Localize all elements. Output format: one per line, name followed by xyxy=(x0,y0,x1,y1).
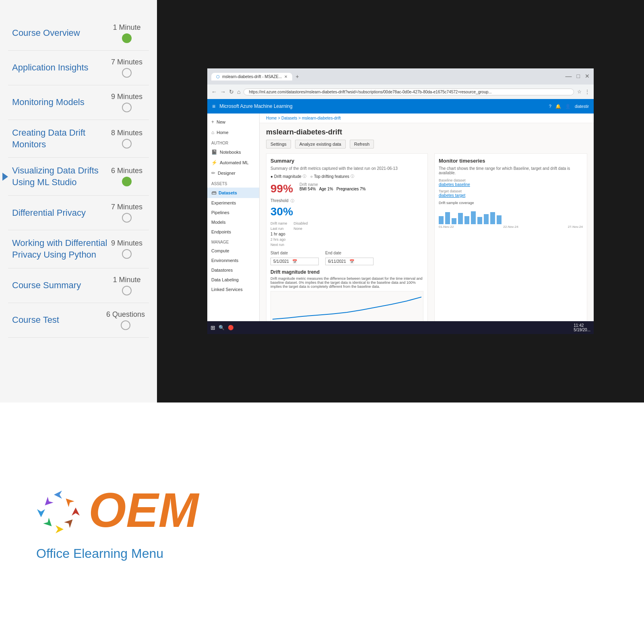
target-value[interactable]: diabetes target xyxy=(439,193,583,198)
drift-features-container: Drift name BMI 54% Age 1% Pregnancies 7% xyxy=(299,182,365,195)
course-meta-4: 6 Minutes xyxy=(109,167,145,186)
svg-marker-1 xyxy=(54,491,62,499)
date-3: 27-Nov-24 xyxy=(568,225,583,229)
home-icon[interactable]: ⌂ xyxy=(237,89,240,95)
drift-info-row: Drift name Last run 1 hr ago 2 hrs ago N… xyxy=(270,221,423,247)
course-name-0: Course Overview xyxy=(12,27,80,39)
ts-bar-1 xyxy=(439,216,444,224)
drift-trend-section: Drift magnitude trend Drift magnitude me… xyxy=(270,269,423,321)
tab-label: mslearn-diabetes-drift - MSAZE... xyxy=(222,74,282,79)
sidebar-item-models[interactable]: Models xyxy=(207,217,259,227)
course-item-8[interactable]: Course Test6 Questions xyxy=(8,303,149,338)
svg-marker-6 xyxy=(43,518,54,529)
taskbar-app-icon[interactable]: 🔴 xyxy=(228,325,234,330)
sidebar-item-pipelines[interactable]: Pipelines xyxy=(207,208,259,217)
sidebar-item-automl[interactable]: ⚡ Automated ML xyxy=(207,157,259,168)
browser-nav: ← → ↻ ⌂ https://ml.azure.com/datastores/… xyxy=(207,85,594,99)
back-icon[interactable]: ← xyxy=(211,89,217,95)
reload-icon[interactable]: ↻ xyxy=(229,89,234,95)
taskbar-time: 11:42 5/19/20... xyxy=(574,323,590,332)
user-icon[interactable]: 👤 xyxy=(565,104,571,109)
sidebar-item-new[interactable]: + New xyxy=(207,117,259,127)
star-icon[interactable]: ☆ xyxy=(577,89,582,95)
top-drifting-radio[interactable]: ○ Top drifting features ⓘ xyxy=(310,174,354,179)
monitor-panel-title: Monitor timeseries xyxy=(439,158,583,164)
sidebar-item-experiments[interactable]: Experiments xyxy=(207,198,259,208)
dates-row: 01-Nov-22 22-Nov-24 27-Nov-24 xyxy=(439,225,583,229)
taskbar-windows-icon[interactable]: ⊞ xyxy=(211,324,215,331)
course-item-4[interactable]: Visualizing Data Drifts Using ML Studio6… xyxy=(8,158,149,196)
course-item-left-7: Course Summary xyxy=(12,280,81,291)
oem-text-container: OEM xyxy=(89,486,198,534)
close-window-icon[interactable]: ✕ xyxy=(585,73,590,80)
course-meta-2: 9 Minutes xyxy=(109,93,145,112)
refresh-button[interactable]: Refresh xyxy=(350,140,374,149)
course-item-5[interactable]: Differential Privacy7 Minutes xyxy=(8,196,149,230)
course-meta-1: 7 Minutes xyxy=(109,58,145,78)
last-run-value: 1 hr ago xyxy=(270,232,287,236)
azure-header-title: Microsoft Azure Machine Learning xyxy=(219,103,292,109)
sidebar-item-data-labeling[interactable]: Data Labeling xyxy=(207,275,259,285)
azure-body: + New ⌂ Home Author 📓 Notebooks ⚡ Autom xyxy=(207,114,594,321)
end-date-input[interactable]: 6/11/2021 📅 xyxy=(325,258,374,265)
sidebar-item-compute[interactable]: Compute xyxy=(207,246,259,256)
course-duration-5: 7 Minutes xyxy=(111,203,142,211)
browser-tab[interactable]: ⬡ mslearn-diabetes-drift - MSAZE... ✕ xyxy=(211,73,292,80)
sidebar-item-linked-services[interactable]: Linked Services xyxy=(207,285,259,294)
drift-magnitude-radio[interactable]: ● Drift magnitude ⓘ xyxy=(270,174,306,179)
calendar-icon[interactable]: 📅 xyxy=(292,259,297,264)
sidebar-item-datastores[interactable]: Datastores xyxy=(207,265,259,275)
settings-icon[interactable]: ⋮ xyxy=(585,89,590,95)
course-item-left-5: Differential Privacy xyxy=(12,207,86,219)
course-duration-4: 6 Minutes xyxy=(111,167,142,175)
course-item-3[interactable]: Creating Data Drift Monitors8 Minutes xyxy=(8,120,149,158)
ts-bar-5 xyxy=(464,216,469,224)
course-item-7[interactable]: Course Summary1 Minute xyxy=(8,268,149,303)
course-duration-6: 9 Minutes xyxy=(111,239,142,248)
baseline-value[interactable]: diabetes baseline xyxy=(439,182,583,187)
minimize-icon[interactable]: — xyxy=(566,73,572,80)
sidebar-item-datasets[interactable]: 🗃 Datasets xyxy=(207,188,259,198)
threshold-label: Threshold ⓘ xyxy=(270,198,423,204)
course-duration-8: 6 Questions xyxy=(106,310,145,319)
azure-sidebar: + New ⌂ Home Author 📓 Notebooks ⚡ Autom xyxy=(207,114,260,321)
status-dot-0 xyxy=(122,33,132,43)
course-item-left-6: Working with Differential Privacy Using … xyxy=(12,237,109,260)
browser-chrome: ⬡ mslearn-diabetes-drift - MSAZE... ✕ + … xyxy=(207,68,594,85)
course-item-6[interactable]: Working with Differential Privacy Using … xyxy=(8,230,149,268)
analyze-button[interactable]: Analyze existing data xyxy=(295,140,346,149)
help-icon[interactable]: ? xyxy=(549,104,551,109)
screenshot-area: ⬡ mslearn-diabetes-drift - MSAZE... ✕ + … xyxy=(157,0,644,402)
azure-content: mslearn-diabetes-drift Settings Analyze … xyxy=(260,123,594,321)
sidebar-item-notebooks[interactable]: 📓 Notebooks xyxy=(207,147,259,157)
address-bar[interactable]: https://ml.azure.com/datastores/mslearn-… xyxy=(244,89,574,95)
tab-close-icon[interactable]: ✕ xyxy=(284,74,287,79)
course-item-1[interactable]: Application Insights7 Minutes xyxy=(8,51,149,85)
course-item-0[interactable]: Course Overview1 Minute xyxy=(8,16,149,51)
status-dot-5 xyxy=(122,213,132,223)
sidebar-item-environments[interactable]: Environments xyxy=(207,256,259,265)
settings-button[interactable]: Settings xyxy=(266,140,291,149)
course-item-left-3: Creating Data Drift Monitors xyxy=(12,127,109,150)
target-info: Target dataset diabetes target xyxy=(439,189,583,198)
baseline-info: Baseline dataset diabetes baseline xyxy=(439,178,583,187)
sidebar-item-designer[interactable]: ✏ Designer xyxy=(207,168,259,178)
sidebar-item-endpoints[interactable]: Endpoints xyxy=(207,227,259,237)
threshold-value: 30% xyxy=(270,205,423,218)
course-name-3: Creating Data Drift Monitors xyxy=(12,127,109,150)
start-date-input[interactable]: 5/1/2021 📅 xyxy=(270,258,319,265)
summary-title: Summary xyxy=(270,158,423,164)
course-item-2[interactable]: Monitoring Models9 Minutes xyxy=(8,85,149,120)
notification-icon[interactable]: 🔔 xyxy=(555,104,561,109)
course-name-7: Course Summary xyxy=(12,280,81,291)
sidebar-item-home[interactable]: ⌂ Home xyxy=(207,127,259,138)
user-name: diatestir xyxy=(575,104,589,109)
home-sidebar-icon: ⌂ xyxy=(211,130,214,135)
calendar-icon-end[interactable]: 📅 xyxy=(349,259,354,264)
new-tab-icon[interactable]: + xyxy=(295,73,299,80)
course-meta-8: 6 Questions xyxy=(106,310,145,330)
action-bar: Settings Analyze existing data Refresh xyxy=(266,140,587,149)
taskbar-search-icon[interactable]: 🔍 xyxy=(219,325,225,330)
forward-icon[interactable]: → xyxy=(220,89,226,95)
restore-icon[interactable]: □ xyxy=(577,73,580,80)
